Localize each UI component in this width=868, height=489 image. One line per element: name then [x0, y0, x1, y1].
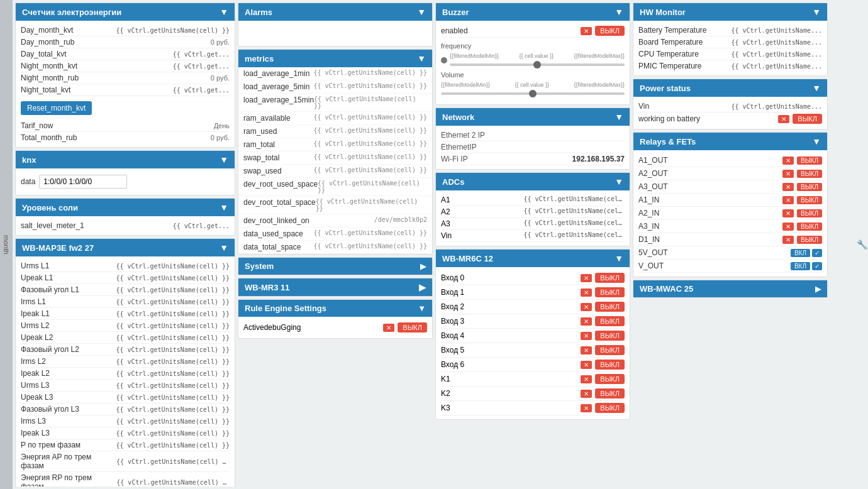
- reset-month-kvt-button[interactable]: Reset_month_kvt: [21, 101, 92, 115]
- relay-check-icon: ✓: [812, 262, 822, 270]
- list-item: ram_used {{ vCtrl.getUnitsName(cell) }}: [238, 125, 432, 138]
- list-item: K3 ✕ ВЫКЛ: [441, 401, 625, 415]
- row-label: Ipeak L1: [21, 309, 50, 318]
- salt-item-value: {{ vCtrl.get...: [173, 223, 230, 229]
- column-1: Счетчик электроэнергии ▼ Day_month_kvt {…: [15, 3, 235, 486]
- row-label: working on battery: [638, 114, 700, 123]
- power-status-body: Vin {{ vCtrl.getUnitsName... working on …: [633, 97, 827, 129]
- input-label: K2: [441, 389, 450, 398]
- table-row: Urms L3 {{ vCtrl.getUnitsName(cell) }}: [21, 380, 230, 392]
- system-chevron: ▶: [420, 262, 426, 271]
- relay-toggle[interactable]: ✕ ВЫКЛ: [782, 209, 822, 217]
- row-value: {{ vCtrl.getUnitsName(cell) }}: [116, 27, 230, 34]
- table-row: Ipeak L1 {{ vCtrl.getUnitsName(cell) }}: [21, 308, 230, 320]
- relay-on-container[interactable]: ВКЛ ✓: [791, 262, 822, 270]
- table-row: Ipeak L2 {{ vCtrl.getUnitsName(cell) }}: [21, 368, 230, 380]
- adc-value: {{ vCtrl.getUnitsName(cell) }}: [523, 231, 625, 240]
- metric-value: {{ vCtrl.getUnitsName(cell) }}: [313, 69, 427, 78]
- wob-toggle[interactable]: ✕ ВЫКЛ: [778, 114, 822, 124]
- relay-toggle[interactable]: ✕ ВЫКЛ: [782, 157, 822, 165]
- relays-chevron: ▼: [812, 136, 821, 146]
- power-status-header[interactable]: Power status ▼: [633, 79, 827, 97]
- relay-label: A2_OUT: [638, 169, 668, 178]
- x-icon: ✕: [581, 27, 592, 35]
- wbmr3-panel: WB-MR3 11 ▶: [238, 278, 433, 297]
- list-item: D1_IN ✕ ВЫКЛ: [638, 233, 822, 246]
- network-panel: Network ▼ Ethernet 2 IP EthernetIP Wi-Fi…: [435, 107, 630, 170]
- relay-toggle[interactable]: ✕ ВЫКЛ: [782, 223, 822, 231]
- relays-body: A1_OUT ✕ ВЫКЛ A2_OUT ✕ ВЫКЛ: [633, 150, 827, 277]
- buzzer-header[interactable]: Buzzer ▼: [436, 3, 630, 21]
- input-toggle[interactable]: ✕ ВЫКЛ: [581, 287, 625, 297]
- adcs-panel: ADCs ▼ A1 {{ vCtrl.getUnitsName(cell) }}…: [435, 172, 630, 246]
- row-label: Day_month_rub: [21, 38, 74, 47]
- adc-label: A3: [441, 219, 450, 228]
- rule-engine-header[interactable]: Rule Engine Settings ▼: [238, 300, 432, 317]
- frequency-slider[interactable]: [450, 63, 625, 66]
- wbmr6c-header[interactable]: WB-MR6C 12 ▼: [436, 250, 630, 267]
- left-sidebar-toggle[interactable]: month: [0, 0, 13, 489]
- wbmr3-title: WB-MR3 11: [245, 283, 290, 292]
- relay-label: 5V_OUT: [638, 248, 668, 257]
- row-label: Upeak L3: [21, 393, 53, 402]
- x-icon: ✕: [782, 209, 794, 217]
- input-toggle[interactable]: ✕ ВЫКЛ: [581, 316, 625, 326]
- input-toggle[interactable]: ✕ ВЫКЛ: [581, 388, 625, 398]
- adc-label: A1: [441, 195, 450, 204]
- input-toggle[interactable]: ✕ ВЫКЛ: [581, 302, 625, 312]
- relay-label: D1_IN: [638, 235, 660, 244]
- alarms-panel: Alarms ▼: [238, 3, 433, 47]
- relay-off-badge: ВЫКЛ: [797, 170, 822, 178]
- knx-header[interactable]: knx ▼: [16, 151, 235, 168]
- metric-value: {{ vCtrl.getUnitsName(cell) }}: [313, 127, 427, 136]
- relay-on-container[interactable]: ВКЛ ✓: [791, 249, 822, 257]
- buzzer-enabled-toggle[interactable]: ✕ ВЫКЛ: [581, 26, 625, 36]
- metric-label: dev_root_linked_on: [243, 216, 309, 225]
- x-icon: ✕: [782, 236, 794, 244]
- metrics-header[interactable]: metrics ▼: [238, 50, 432, 67]
- rule-off-badge: ВЫКЛ: [398, 322, 427, 332]
- buzzer-title: Buzzer: [442, 8, 469, 17]
- salt-body: salt_level_meter_1 {{ vCtrl.get...: [16, 216, 235, 235]
- row-value: {{ vCtrl.getUnitsName...: [732, 27, 823, 34]
- network-header[interactable]: Network ▼: [436, 108, 630, 126]
- adcs-header[interactable]: ADCs ▼: [436, 173, 630, 190]
- row-label: Энергия RP по трем фазам: [21, 473, 116, 486]
- map3e-panel: WB-MAP3E fw2 27 ▼ Urms L1 {{ vCtrl.getUn…: [15, 238, 235, 486]
- volume-slider[interactable]: [441, 92, 625, 95]
- list-item: Вход 4 ✕ ВЫКЛ: [441, 329, 625, 343]
- knx-data-input[interactable]: [39, 175, 127, 189]
- off-badge: ВЫКЛ: [595, 374, 625, 384]
- input-toggle[interactable]: ✕ ВЫКЛ: [581, 374, 625, 384]
- buzzer-panel: Buzzer ▼ enabled ✕ ВЫКЛ frequency: [435, 3, 630, 105]
- alarms-header[interactable]: Alarms ▼: [238, 3, 432, 21]
- right-settings-toggle[interactable]: 🔧: [855, 0, 868, 489]
- off-badge: ВЫКЛ: [595, 316, 625, 326]
- map3e-header[interactable]: WB-MAP3E fw2 27 ▼: [16, 239, 235, 256]
- knx-panel: knx ▼ data: [15, 150, 235, 195]
- relay-toggle[interactable]: ✕ ВЫКЛ: [782, 196, 822, 204]
- hw-monitor-panel: HW Monitor ▼ Battery Temperature {{ vCtr…: [633, 3, 828, 76]
- wbmr3-header[interactable]: WB-MR3 11 ▶: [238, 278, 432, 296]
- system-header[interactable]: System ▶: [238, 258, 432, 275]
- adc-value: {{ vCtrl.getUnitsName(cell) }}: [523, 219, 625, 228]
- relay-toggle[interactable]: ✕ ВЫКЛ: [782, 183, 822, 191]
- x-icon: ✕: [581, 375, 592, 383]
- input-toggle[interactable]: ✕ ВЫКЛ: [581, 273, 625, 283]
- wbmwac-header[interactable]: WB-MWAC 25 ▶: [633, 280, 827, 297]
- x-icon: ✕: [581, 288, 592, 297]
- buzzer-body: enabled ✕ ВЫКЛ frequency {{filtere: [436, 21, 630, 104]
- electro-header[interactable]: Счетчик электроэнергии ▼: [16, 3, 235, 21]
- salt-panel: Уровень соли ▼ salt_level_meter_1 {{ vCt…: [15, 198, 235, 236]
- input-toggle[interactable]: ✕ ВЫКЛ: [581, 403, 625, 413]
- input-toggle[interactable]: ✕ ВЫКЛ: [581, 345, 625, 355]
- hw-monitor-header[interactable]: HW Monitor ▼: [633, 3, 827, 21]
- salt-header[interactable]: Уровень соли ▼: [16, 199, 235, 216]
- relays-header[interactable]: Relays & FETs ▼: [633, 133, 827, 150]
- row-label: Фазовый угол L3: [21, 405, 79, 414]
- relay-toggle[interactable]: ✕ ВЫКЛ: [782, 170, 822, 178]
- rule-item-toggle[interactable]: ✕ ВЫКЛ: [383, 322, 427, 332]
- input-toggle[interactable]: ✕ ВЫКЛ: [581, 360, 625, 370]
- input-toggle[interactable]: ✕ ВЫКЛ: [581, 331, 625, 341]
- relay-toggle[interactable]: ✕ ВЫКЛ: [782, 236, 822, 244]
